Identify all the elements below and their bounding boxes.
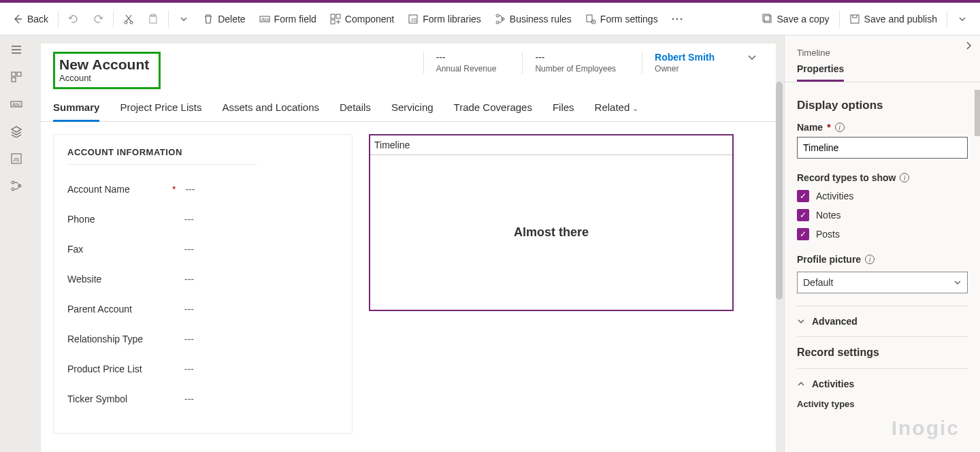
back-button[interactable]: Back [5,3,55,35]
field-row[interactable]: Ticker Symbol--- [67,393,338,404]
tree-icon[interactable] [10,180,22,192]
paste-button[interactable] [141,3,165,35]
field-row[interactable]: Website--- [67,274,338,285]
component-button[interactable]: Component [323,3,401,35]
header-field-revenue[interactable]: --- Annual Revenue [423,52,509,74]
components-icon[interactable] [10,71,22,83]
business-rules-button[interactable]: Business rules [488,3,578,35]
header-field-employees[interactable]: --- Number of Employees [522,52,628,74]
advanced-section[interactable]: Advanced [797,306,968,336]
business-rules-icon [495,14,506,25]
activities-label: Activities [812,378,854,389]
svg-point-16 [593,21,594,22]
form-libraries-icon: JS [408,14,419,25]
form-libraries-button[interactable]: JS Form libraries [401,3,488,35]
field-value: --- [184,244,194,255]
checkbox-posts[interactable]: ✓Posts [797,228,968,240]
svg-rect-7 [336,14,340,18]
tab-related[interactable]: Related⌄ [595,95,639,121]
cut-button[interactable] [116,3,141,35]
component-label: Component [345,14,394,25]
more-icon [672,14,683,25]
redo-button[interactable] [86,3,110,35]
save-copy-button[interactable]: Save a copy [755,3,836,35]
profile-picture-text: Profile picture [797,254,861,265]
undo-button[interactable] [61,3,86,35]
name-label: Name * i [797,122,968,133]
svg-point-30 [12,181,14,184]
tab-project-price-lists[interactable]: Project Price Lists [120,95,201,121]
form-canvas: New Account Account --- Annual Revenue -… [41,44,776,452]
separator [113,11,114,27]
timeline-section[interactable]: Timeline Almost there [369,134,734,311]
svg-rect-22 [851,15,859,23]
profile-picture-select[interactable]: Default [797,272,968,293]
field-row[interactable]: Parent Account--- [67,304,338,314]
info-icon[interactable]: i [835,123,845,132]
record-settings-heading: Record settings [797,336,968,368]
svg-text:Abc: Abc [261,17,270,22]
form-body: ACCOUNT INFORMATION Account Name*---Phon… [41,122,776,434]
header-expand-button[interactable] [740,52,764,64]
delete-label: Delete [218,14,245,25]
field-value: --- [184,214,194,225]
field-label: Relationship Type [67,334,169,344]
tab-details[interactable]: Details [340,95,371,121]
info-icon[interactable]: i [865,255,875,264]
field-row[interactable]: Product Price List--- [67,364,338,374]
delete-button[interactable]: Delete [196,3,252,35]
header-field-owner[interactable]: Robert Smith Owner [642,52,727,74]
panel-collapse-button[interactable] [964,41,973,50]
svg-rect-25 [12,78,16,82]
form-settings-button[interactable]: Form settings [578,3,665,35]
tab-trade-coverages[interactable]: Trade Coverages [454,95,532,121]
panel-breadcrumb: Timeline [785,35,980,63]
canvas-scrollbar[interactable] [776,82,783,300]
overflow-button[interactable] [665,3,689,35]
save-publish-button[interactable]: Save and publish [843,3,944,35]
field-row[interactable]: Account Name*--- [67,184,338,195]
svg-rect-2 [150,16,157,23]
header-field-value: --- [436,52,497,63]
checkbox-activities[interactable]: ✓Activities [797,190,968,202]
name-label-text: Name [797,122,823,133]
tab-assets-locations[interactable]: Assets and Locations [222,95,319,121]
field-value: --- [184,393,194,404]
layers-icon[interactable] [10,125,22,138]
field-row[interactable]: Relationship Type--- [67,334,338,344]
info-icon[interactable]: i [900,173,909,182]
separator [839,11,840,27]
back-label: Back [27,14,48,25]
tab-servicing[interactable]: Servicing [391,95,434,121]
svg-rect-24 [17,72,21,76]
display-options-heading: Display options [797,99,968,112]
panel-tab-properties[interactable]: Properties [797,63,844,82]
hamburger-icon[interactable] [10,44,22,56]
checkbox-icon: ✓ [797,190,809,202]
chevron-down-icon [797,317,805,325]
checkbox-notes[interactable]: ✓Notes [797,209,968,221]
tab-summary[interactable]: Summary [53,95,99,121]
panel-scrollbar[interactable] [975,90,980,136]
form-field-button[interactable]: Abc Form field [252,3,323,35]
field-label: Account Name [67,184,169,195]
separator [58,11,59,27]
field-row[interactable]: Phone--- [67,214,338,225]
delete-icon [203,14,214,25]
name-input[interactable] [797,137,968,159]
field-icon[interactable]: Abc [10,98,22,110]
select-value: Default [803,277,833,288]
checkbox-icon: ✓ [797,228,809,240]
js-icon[interactable]: JS [10,152,22,165]
field-row[interactable]: Fax--- [67,244,338,255]
separator [947,11,947,27]
account-info-section[interactable]: ACCOUNT INFORMATION Account Name*---Phon… [53,134,353,434]
form-title-box[interactable]: New Account Account [53,52,161,89]
save-publish-dropdown[interactable] [950,3,975,35]
tab-files[interactable]: Files [553,95,574,121]
chevron-down-icon [953,278,962,287]
watermark: Inogic [892,417,960,440]
toolbar-dropdown[interactable] [172,3,196,35]
field-value: --- [184,334,194,344]
activities-section[interactable]: Activities [797,368,968,399]
